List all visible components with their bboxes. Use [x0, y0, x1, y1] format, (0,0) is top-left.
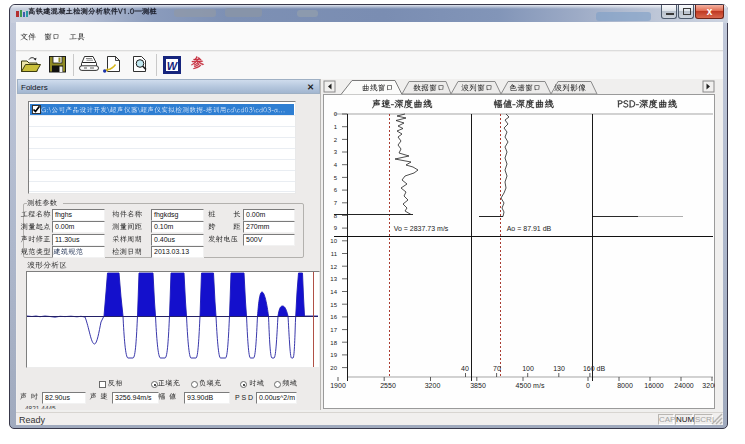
svg-text:2550: 2550	[380, 382, 396, 389]
svg-text:40: 40	[461, 365, 469, 372]
svg-text:10: 10	[330, 238, 337, 244]
svg-text:100: 100	[522, 365, 534, 372]
svg-text:13: 13	[330, 276, 337, 282]
svg-text:W: W	[167, 60, 179, 72]
svg-text:0: 0	[586, 382, 590, 389]
svg-text:17: 17	[330, 327, 337, 333]
svg-text:1900: 1900	[330, 382, 346, 389]
svg-text:15: 15	[330, 302, 337, 308]
svg-text:11: 11	[331, 251, 338, 257]
svg-text:3850: 3850	[470, 382, 486, 389]
svg-text:Vo = 2837.73 m/s: Vo = 2837.73 m/s	[394, 225, 449, 232]
svg-text:4500 m/s: 4500 m/s	[516, 382, 545, 389]
svg-text:70: 70	[493, 365, 501, 372]
svg-text:Ao = 87.91 dB: Ao = 87.91 dB	[507, 225, 552, 232]
svg-text:24000: 24000	[674, 382, 694, 389]
svg-text:19: 19	[330, 352, 337, 358]
svg-text:130: 130	[553, 365, 565, 372]
svg-text:160 dB: 160 dB	[583, 365, 606, 372]
svg-text:32000 u: 32000 u	[702, 382, 715, 389]
svg-text:14: 14	[330, 289, 337, 295]
svg-text:18: 18	[330, 340, 337, 346]
svg-text:3200: 3200	[425, 382, 441, 389]
svg-text:16: 16	[330, 314, 337, 320]
svg-text:12: 12	[330, 264, 337, 270]
svg-text:20: 20	[330, 365, 337, 371]
svg-text:16000: 16000	[644, 382, 664, 389]
svg-text:8000: 8000	[617, 382, 633, 389]
